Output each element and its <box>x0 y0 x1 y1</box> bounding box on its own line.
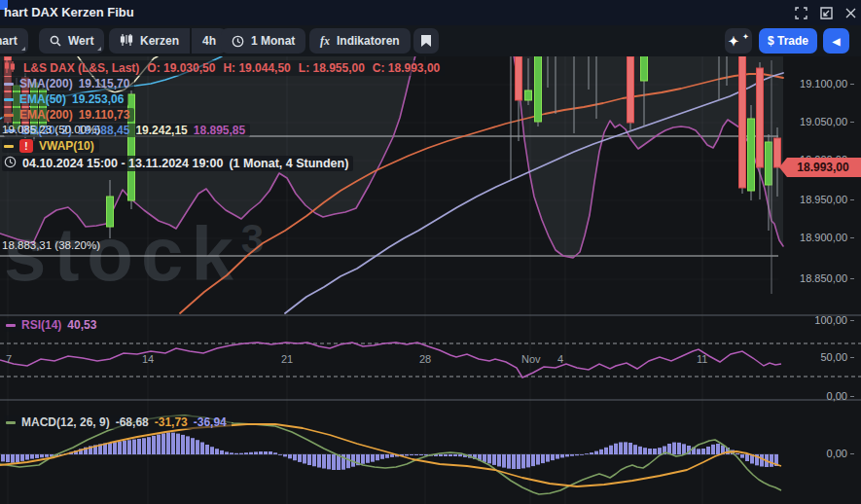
candles-button[interactable]: Kerzen <box>109 28 190 54</box>
timeframe-label: 4h <box>202 34 216 48</box>
price-axis-label: 50,00 <box>778 351 854 363</box>
toolbar: hart Wert Kerzen 4h <box>0 25 861 56</box>
window-title: hart DAX Kerzen Fibu <box>4 5 134 19</box>
bb-lower-value: 18.895,85 <box>194 124 245 137</box>
rsi-value: 40,53 <box>67 318 96 332</box>
price-axis-label: 19.100,00 <box>778 78 854 90</box>
symbol-label: Wert <box>68 34 93 48</box>
date-range-info: 04.10.2024 15:00 - 13.11.2024 19:00 (1 M… <box>2 156 353 171</box>
price-axis-label: 18.900,00 <box>778 232 854 243</box>
ema200-value: 19.110,73 <box>79 108 130 122</box>
ema200-name: EMA(200) <box>19 108 73 122</box>
collapse-panel-button[interactable]: ◀ <box>823 28 849 54</box>
popout-button[interactable] <box>818 5 834 20</box>
legend-rsi[interactable]: RSI(14) 40,53 <box>4 318 101 332</box>
range-label: 1 Monat <box>251 34 295 48</box>
warning-icon: ! <box>19 139 33 153</box>
rsi-name: RSI(14) <box>21 318 61 332</box>
trade-button[interactable]: $ Trade <box>759 28 817 54</box>
price-axis-label: 0,00 <box>778 448 854 459</box>
popout-icon <box>820 7 833 19</box>
bookmark-icon <box>421 35 431 47</box>
trade-label: $ Trade <box>768 34 808 48</box>
instrument-name: L&S DAX (L&S, Last) <box>23 61 139 75</box>
legend-vwap[interactable]: ! VWAP(10) <box>2 139 99 153</box>
ema50-value: 19.253,06 <box>72 92 124 106</box>
vwap-name: VWAP(10) <box>39 139 94 153</box>
chart-type-label: hart <box>0 34 18 48</box>
date-axis-label: 7 <box>6 353 12 365</box>
macd-value: -68,68 <box>116 415 149 429</box>
chart-type-button[interactable]: hart <box>0 28 28 54</box>
chevron-left-icon: ◀ <box>833 36 841 47</box>
price-axis-label: 18.850,00 <box>778 272 854 284</box>
fib-level-38-label: 18.883,31 (38.20%) <box>2 239 100 251</box>
date-axis-label: 14 <box>142 353 154 365</box>
maximize-icon <box>795 7 807 19</box>
close-value: C: 18.993,00 <box>373 61 440 75</box>
macd-dash-icon <box>6 421 16 424</box>
price-axis[interactable]: 19.100,0019.050,0019.000,0018.950,0018.9… <box>778 56 861 504</box>
date-axis-label: 28 <box>419 353 431 365</box>
date-axis-label: 11 <box>697 353 707 365</box>
rsi-dash-icon <box>6 324 16 327</box>
sma-dash-icon <box>4 83 14 86</box>
clock-icon <box>232 35 244 48</box>
bookmark-button[interactable] <box>413 28 439 54</box>
open-value: O: 19.030,50 <box>147 61 215 75</box>
date-range-detail: (1 Monat, 4 Stunden) <box>229 157 348 170</box>
price-axis-label: 18.950,00 <box>778 194 854 205</box>
date-axis-label: 21 <box>281 353 293 365</box>
ema50-dash-icon <box>4 98 14 101</box>
date-axis-label: 4 <box>557 353 563 365</box>
sparkle-icon: ✦ <box>729 34 739 49</box>
sma-value: 19.115,70 <box>79 77 130 90</box>
high-value: H: 19.044,50 <box>223 61 290 75</box>
price-axis-label: 100,00 <box>778 314 854 326</box>
sparkle-mini-icon: ✦ <box>743 33 749 41</box>
clock-icon-small <box>4 156 17 171</box>
title-bar: hart DAX Kerzen Fibu <box>0 0 861 25</box>
range-button[interactable]: 1 Monat <box>221 28 305 54</box>
macd-hist-value: -36,94 <box>194 415 227 429</box>
legend-ema200[interactable]: EMA(200) 19.110,73 <box>2 108 134 122</box>
maximize-button[interactable] <box>793 5 808 20</box>
magic-button[interactable]: ✦✦ <box>725 28 752 54</box>
candles-label: Kerzen <box>140 34 179 48</box>
date-range-text: 04.10.2024 15:00 - 13.11.2024 19:00 <box>22 157 223 170</box>
legend-sma200[interactable]: SMA(200) 19.115,70 <box>2 77 134 90</box>
legend-instrument[interactable]: L&S DAX (L&S, Last) O: 19.030,50 H: 19.0… <box>2 60 445 76</box>
search-icon <box>50 35 61 47</box>
mini-candles-icon <box>4 60 16 76</box>
macd-signal-value: -31,73 <box>155 415 188 429</box>
vwap-dash-icon <box>4 145 14 148</box>
fib-level-50-label: 19.085,23 (50.00%) <box>2 124 100 135</box>
close-icon <box>845 8 856 18</box>
date-axis-label: Nov <box>521 353 541 365</box>
macd-name: MACD(12, 26, 9) <box>21 415 110 429</box>
trading-app-window: hart DAX Kerzen Fibu hart <box>0 0 861 504</box>
low-value: L: 18.955,00 <box>299 61 365 75</box>
indicators-label: Indikatoren <box>337 34 400 48</box>
candles-icon <box>120 33 133 50</box>
legend-ema50[interactable]: EMA(50) 19.253,06 <box>2 92 128 106</box>
symbol-search-button[interactable]: Wert <box>39 28 104 54</box>
sma-name: SMA(200) <box>19 77 73 90</box>
price-axis-label: 0,00 <box>778 390 854 402</box>
close-button[interactable] <box>843 5 858 20</box>
chart-style-group: Kerzen 4h <box>109 28 227 54</box>
indicators-button[interactable]: fx Indikatoren <box>309 28 411 54</box>
last-price-tag: 18.993,00 <box>779 158 861 177</box>
ema200-dash-icon <box>4 114 14 117</box>
price-axis-label: 19.050,00 <box>778 116 854 127</box>
legend-macd[interactable]: MACD(12, 26, 9) -68,68 -31,73 -36,94 <box>4 415 232 429</box>
ema50-name: EMA(50) <box>19 92 66 106</box>
bb-middle-value: 19.242,15 <box>135 124 187 137</box>
fx-icon: fx <box>320 34 330 49</box>
